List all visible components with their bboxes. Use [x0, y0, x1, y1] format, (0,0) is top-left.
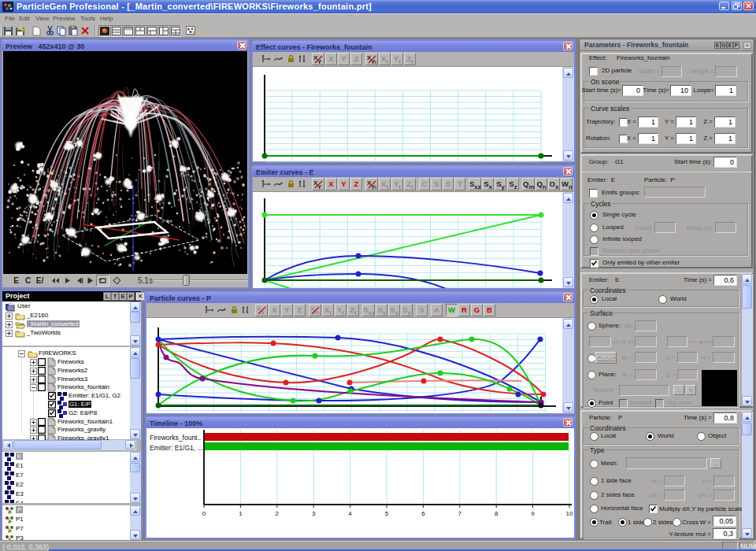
svg-text:5: 5 — [385, 510, 389, 517]
svg-text:8: 8 — [495, 510, 498, 517]
svg-text:Fireworks_fount..: Fireworks_fount.. — [150, 434, 201, 442]
svg-text:t: t — [318, 311, 320, 316]
svg-text:9: 9 — [531, 510, 535, 517]
svg-text:Emitter: E1/G1, ...: Emitter: E1/G1, ... — [150, 444, 203, 452]
svg-text:7: 7 — [458, 510, 462, 517]
svg-text:10: 10 — [566, 510, 573, 517]
svg-text:Y: Y — [317, 58, 322, 65]
svg-text:4: 4 — [348, 510, 352, 517]
svg-text:6: 6 — [421, 510, 425, 517]
svg-text:1: 1 — [239, 510, 243, 517]
svg-text:3: 3 — [312, 510, 316, 517]
svg-text:t: t — [375, 185, 376, 190]
svg-text:t: t — [375, 60, 376, 65]
svg-text:2: 2 — [276, 510, 280, 517]
svg-text:Y: Y — [317, 183, 322, 190]
svg-text:0: 0 — [202, 510, 206, 517]
svg-text:Y: Y — [261, 309, 265, 316]
